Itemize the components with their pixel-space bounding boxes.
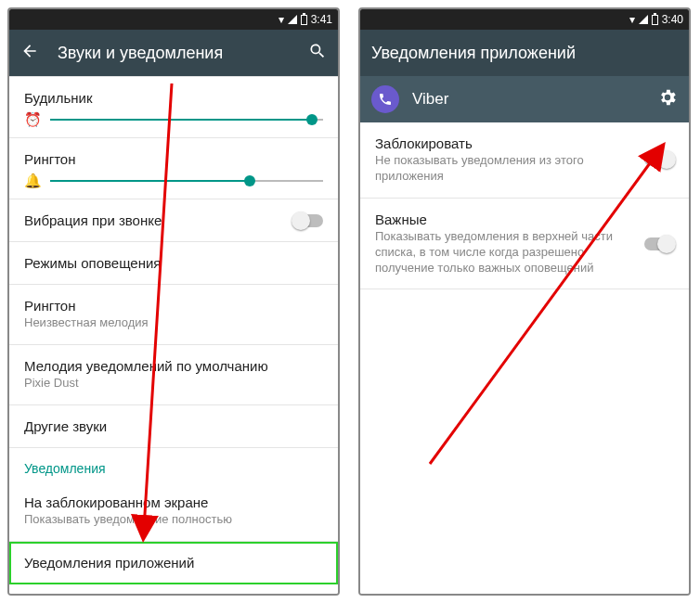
signal-icon (288, 15, 297, 24)
app-bar: Уведомления приложений (360, 30, 689, 76)
bell-icon: 🔔 (24, 173, 41, 189)
default-notif-label: Мелодия уведомлений по умолчанию (24, 358, 323, 374)
appbar-title: Звуки и уведомления (58, 44, 223, 63)
vibrate-item[interactable]: Вибрация при звонке (9, 199, 338, 242)
battery-icon (301, 15, 307, 25)
ringtone-label: Рингтон (24, 298, 323, 314)
appbar-title: Уведомления приложений (371, 44, 576, 63)
ringtone-volume-item[interactable]: Рингтон 🔔 (9, 138, 338, 199)
signal-icon (639, 15, 648, 24)
ringtone-item[interactable]: Рингтон Неизвестная мелодия (9, 285, 338, 345)
alarm-slider[interactable] (50, 119, 323, 121)
other-sounds-item[interactable]: Другие звуки (9, 405, 338, 448)
status-time: 3:41 (311, 13, 332, 26)
phone-left: ▾ 3:41 Звуки и уведомления Будильник ⏰ Р (7, 7, 340, 596)
important-toggle[interactable] (644, 237, 674, 250)
vibrate-label: Вибрация при звонке (24, 212, 323, 228)
back-icon[interactable] (20, 42, 39, 65)
wifi-icon: ▾ (279, 13, 284, 26)
block-sub: Не показывать уведомления из этого прило… (375, 153, 629, 185)
lockscreen-sub: Показывать уведомление полностью (24, 512, 323, 528)
alarm-label: Будильник (24, 90, 323, 106)
default-notif-sub: Pixie Dust (24, 376, 323, 391)
battery-icon (652, 15, 658, 25)
other-sounds-label: Другие звуки (24, 418, 323, 434)
app-bar: Звуки и уведомления (9, 30, 338, 76)
ringtone-sub: Неизвестная мелодия (24, 315, 323, 331)
search-icon[interactable] (308, 42, 327, 65)
settings-list: Будильник ⏰ Рингтон 🔔 Вибрация при звонк… (9, 76, 338, 594)
default-notification-item[interactable]: Мелодия уведомлений по умолчанию Pixie D… (9, 345, 338, 405)
app-notifications-item[interactable]: Уведомления приложений (9, 542, 338, 584)
important-sub: Показывать уведомления в верхней части с… (375, 229, 629, 276)
block-item[interactable]: Заблокировать Не показывать уведомления … (360, 122, 689, 199)
important-item[interactable]: Важные Показывать уведомления в верхней … (360, 199, 689, 290)
app-subheader: Viber (360, 76, 689, 122)
wifi-icon: ▾ (629, 13, 635, 26)
status-bar: ▾ 3:41 (9, 9, 338, 30)
access-item[interactable]: Доступ к уведомлениям (9, 584, 338, 594)
modes-label: Режимы оповещения (24, 255, 323, 271)
phone-right: ▾ 3:40 Уведомления приложений Viber Забл… (358, 7, 691, 596)
lockscreen-item[interactable]: На заблокированном экране Показывать уве… (9, 481, 338, 542)
status-bar: ▾ 3:40 (360, 9, 689, 30)
vibrate-toggle[interactable] (293, 214, 323, 227)
settings-list: Заблокировать Не показывать уведомления … (360, 122, 689, 594)
notifications-section-header: Уведомления (9, 448, 338, 481)
alarm-icon: ⏰ (24, 111, 41, 128)
viber-icon (371, 85, 399, 113)
alarm-volume-item[interactable]: Будильник ⏰ (9, 76, 338, 138)
gear-icon[interactable] (657, 87, 678, 112)
block-label: Заблокировать (375, 135, 629, 151)
lockscreen-label: На заблокированном экране (24, 494, 323, 510)
status-time: 3:40 (662, 13, 683, 26)
app-name: Viber (412, 90, 448, 109)
alert-modes-item[interactable]: Режимы оповещения (9, 242, 338, 285)
block-toggle[interactable] (644, 153, 674, 166)
app-notifications-label: Уведомления приложений (24, 555, 323, 571)
important-label: Важные (375, 212, 629, 227)
ringtone-sound-label: Рингтон (24, 151, 323, 167)
ringtone-slider[interactable] (50, 180, 323, 182)
